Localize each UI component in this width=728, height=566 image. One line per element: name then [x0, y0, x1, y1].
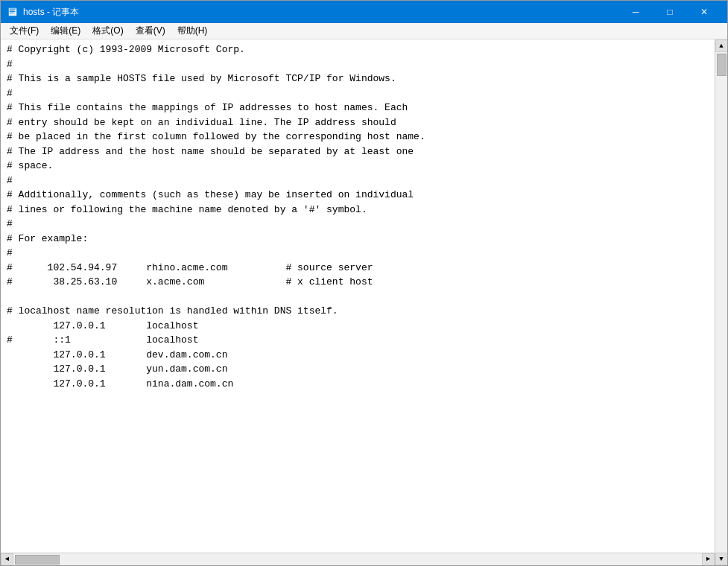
title-bar: hosts - 记事本 ─ □ ✕: [1, 1, 727, 23]
scroll-up-button[interactable]: ▲: [715, 39, 728, 52]
app-icon: [7, 6, 19, 18]
scroll-left-button[interactable]: ◄: [1, 553, 13, 566]
editor-and-hscroll: ◄ ►: [1, 39, 715, 565]
vertical-scrollbar: ▲ ▼: [715, 39, 727, 565]
scroll-right-button[interactable]: ►: [702, 553, 715, 566]
h-scroll-track[interactable]: [13, 553, 702, 566]
menu-help[interactable]: 帮助(H): [171, 23, 214, 39]
scroll-down-button[interactable]: ▼: [715, 553, 728, 565]
v-scroll-thumb[interactable]: [717, 54, 727, 76]
window-controls: ─ □ ✕: [618, 1, 721, 23]
v-scroll-track[interactable]: [715, 52, 727, 553]
svg-rect-2: [10, 10, 15, 10]
svg-rect-4: [10, 13, 14, 13]
main-window: hosts - 记事本 ─ □ ✕ 文件(F) 编辑(E) 格式(O) 查看(V…: [0, 0, 728, 566]
menu-view[interactable]: 查看(V): [130, 23, 171, 39]
editor-area: ◄ ► ▲ ▼: [1, 39, 727, 565]
svg-rect-3: [10, 11, 16, 12]
menu-bar: 文件(F) 编辑(E) 格式(O) 查看(V) 帮助(H): [1, 23, 727, 39]
horizontal-scrollbar: ◄ ►: [1, 553, 715, 565]
svg-rect-1: [10, 9, 16, 10]
menu-edit[interactable]: 编辑(E): [45, 23, 86, 39]
text-area-container: [1, 39, 715, 553]
h-scroll-thumb[interactable]: [15, 555, 60, 565]
minimize-button[interactable]: ─: [618, 1, 653, 23]
text-editor[interactable]: [1, 39, 715, 553]
close-button[interactable]: ✕: [687, 1, 721, 23]
maximize-button[interactable]: □: [653, 1, 687, 23]
menu-file[interactable]: 文件(F): [4, 23, 45, 39]
window-title: hosts - 记事本: [23, 6, 618, 19]
menu-format[interactable]: 格式(O): [86, 23, 129, 39]
